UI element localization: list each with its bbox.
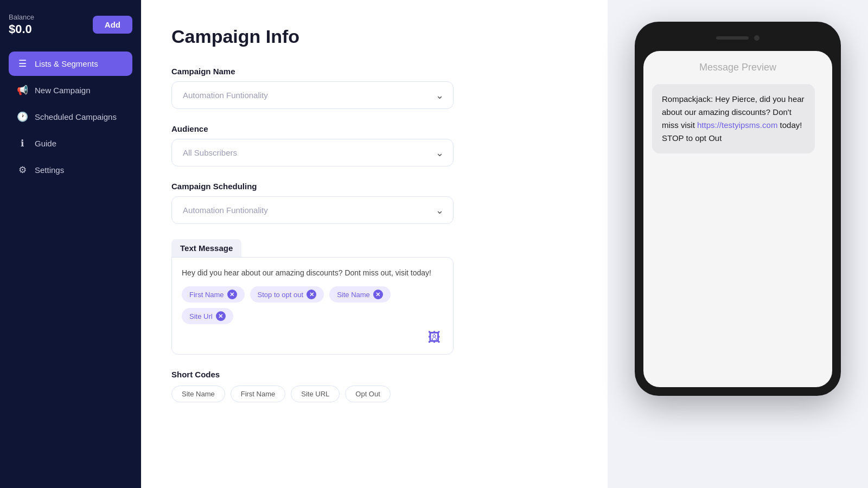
campaign-name-wrapper: Automation Funtionality ⌄ xyxy=(171,81,454,109)
phone-screen: Message Preview Rompackjack: Hey Pierce,… xyxy=(643,51,832,387)
sidebar-item-scheduled-campaigns[interactable]: 🕐 Scheduled Campaigns xyxy=(9,105,132,129)
short-code-site-url[interactable]: Site URL xyxy=(291,386,340,402)
new-campaign-icon: 📢 xyxy=(16,85,28,96)
remove-tag-stop-opt-out[interactable]: ✕ xyxy=(307,290,316,299)
tag-label: Site Url xyxy=(189,312,213,320)
scheduling-label: Campaign Scheduling xyxy=(171,182,577,191)
scheduled-icon: 🕐 xyxy=(16,111,28,123)
short-codes-row: Site Name First Name Site URL Opt Out xyxy=(171,386,454,402)
phone-pill xyxy=(716,36,749,40)
remove-tag-first-name[interactable]: ✕ xyxy=(227,290,237,299)
balance-section: Balance $0.0 xyxy=(9,13,34,36)
phone-notch-area xyxy=(643,30,832,46)
sidebar-item-label: Scheduled Campaigns xyxy=(35,112,117,121)
audience-label: Audience xyxy=(171,124,577,133)
message-preview-label: Message Preview xyxy=(652,62,824,73)
sidebar-item-guide[interactable]: ℹ Guide xyxy=(9,131,132,156)
sidebar-item-label: Lists & Segments xyxy=(35,59,98,68)
campaign-name-label: Campaign Name xyxy=(171,67,577,76)
balance-amount: $0.0 xyxy=(9,22,34,36)
tag-site-url[interactable]: Site Url ✕ xyxy=(182,308,233,324)
sidebar: Balance $0.0 Add ☰ Lists & Segments 📢 Ne… xyxy=(0,0,141,488)
tag-label: Site Name xyxy=(337,291,370,299)
image-upload-icon[interactable]: 🖼 xyxy=(428,330,441,345)
tag-label: First Name xyxy=(189,291,224,299)
sidebar-header: Balance $0.0 Add xyxy=(9,13,132,36)
tags-row-2: Site Url ✕ xyxy=(182,308,443,324)
tags-row: First Name ✕ Stop to opt out ✕ Site Name… xyxy=(182,286,443,303)
short-code-opt-out[interactable]: Opt Out xyxy=(345,386,391,402)
text-message-label: Text Message xyxy=(171,239,241,257)
sidebar-item-new-campaign[interactable]: 📢 New Campaign xyxy=(9,78,132,102)
tag-stop-opt-out[interactable]: Stop to opt out ✕ xyxy=(250,286,324,303)
lists-segments-icon: ☰ xyxy=(16,58,28,69)
text-message-box: Hey did you hear about our amazing disco… xyxy=(171,257,454,355)
sidebar-item-lists-segments[interactable]: ☰ Lists & Segments xyxy=(9,52,132,76)
image-icon-row: 🖼 xyxy=(182,330,443,345)
sidebar-item-settings[interactable]: ⚙ Settings xyxy=(9,158,132,182)
message-bubble: Rompackjack: Hey Pierce, did you hear ab… xyxy=(652,84,815,153)
tag-site-name[interactable]: Site Name ✕ xyxy=(329,286,391,303)
sidebar-item-label: Settings xyxy=(35,165,64,175)
sidebar-nav: ☰ Lists & Segments 📢 New Campaign 🕐 Sche… xyxy=(9,52,132,184)
main-content: Campaign Info Campaign Name Automation F… xyxy=(141,0,608,488)
text-message-section: Text Message Hey did you hear about our … xyxy=(171,239,577,355)
campaign-name-select[interactable]: Automation Funtionality xyxy=(171,81,454,109)
audience-section: Audience All Subscribers ⌄ xyxy=(171,124,577,166)
settings-icon: ⚙ xyxy=(16,164,28,176)
balance-label: Balance xyxy=(9,13,34,21)
audience-wrapper: All Subscribers ⌄ xyxy=(171,139,454,166)
scheduling-section: Campaign Scheduling Automation Funtional… xyxy=(171,182,577,224)
short-codes-section: Short Codes Site Name First Name Site UR… xyxy=(171,370,454,402)
phone-notch xyxy=(703,30,773,46)
message-link[interactable]: https://testyipsms.com xyxy=(697,120,777,130)
short-codes-label: Short Codes xyxy=(171,370,454,379)
message-text-content: Hey did you hear about our amazing disco… xyxy=(182,267,443,279)
short-code-first-name[interactable]: First Name xyxy=(231,386,286,402)
remove-tag-site-name[interactable]: ✕ xyxy=(373,290,383,299)
tag-label: Stop to opt out xyxy=(258,291,304,299)
add-button[interactable]: Add xyxy=(93,16,132,34)
phone-mockup: Message Preview Rompackjack: Hey Pierce,… xyxy=(635,22,841,396)
short-code-site-name[interactable]: Site Name xyxy=(171,386,225,402)
phone-camera xyxy=(754,35,760,41)
sidebar-item-label: New Campaign xyxy=(35,86,91,95)
page-title: Campaign Info xyxy=(171,26,577,47)
right-panel: Message Preview Rompackjack: Hey Pierce,… xyxy=(608,0,868,488)
audience-select[interactable]: All Subscribers xyxy=(171,139,454,166)
campaign-name-section: Campaign Name Automation Funtionality ⌄ xyxy=(171,67,577,109)
tag-first-name[interactable]: First Name ✕ xyxy=(182,286,245,303)
scheduling-wrapper: Automation Funtionality ⌄ xyxy=(171,196,454,224)
scheduling-select[interactable]: Automation Funtionality xyxy=(171,196,454,224)
sidebar-item-label: Guide xyxy=(35,139,56,148)
remove-tag-site-url[interactable]: ✕ xyxy=(216,311,226,321)
guide-icon: ℹ xyxy=(16,138,28,149)
